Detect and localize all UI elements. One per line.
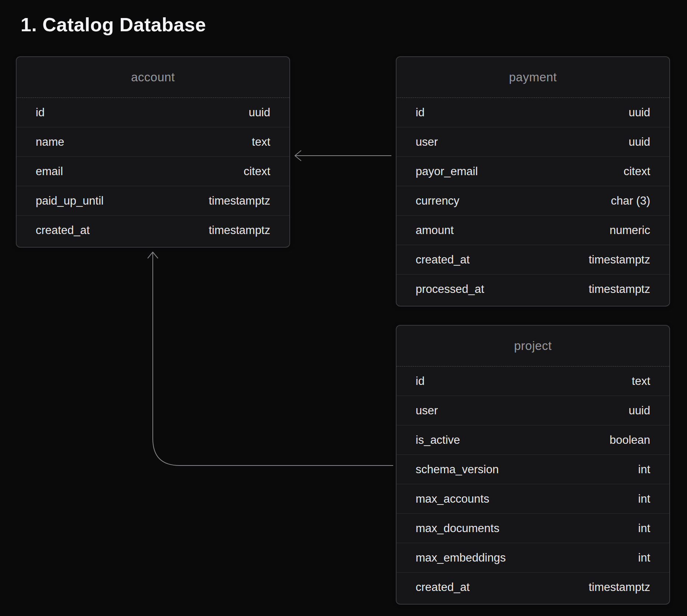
table-account[interactable]: account id uuid name text email citext p… [16, 56, 290, 248]
field-type: numeric [610, 224, 650, 237]
field-type: uuid [249, 106, 270, 119]
table-payment-header: payment [397, 57, 669, 98]
field-name: is_active [416, 433, 460, 447]
field-name: schema_version [416, 463, 499, 476]
field-name: user [416, 135, 438, 149]
field-type: int [638, 522, 650, 535]
table-row: created_at timestamptz [397, 572, 669, 602]
table-row: email citext [17, 156, 289, 186]
table-row: processed_at timestamptz [397, 274, 669, 304]
field-name: amount [416, 224, 454, 237]
table-project[interactable]: project id text user uuid is_active bool… [396, 325, 670, 605]
table-row: currency char (3) [397, 186, 669, 215]
table-row: max_embeddings int [397, 543, 669, 572]
field-type: uuid [628, 404, 650, 417]
table-row: payor_email citext [397, 156, 669, 186]
table-project-rows: id text user uuid is_active boolean sche… [397, 367, 669, 602]
table-row: created_at timestamptz [397, 245, 669, 274]
table-row: id uuid [397, 98, 669, 127]
table-row: schema_version int [397, 454, 669, 484]
field-type: timestamptz [209, 194, 270, 208]
table-payment-rows: id uuid user uuid payor_email citext cur… [397, 98, 669, 304]
field-name: id [416, 375, 424, 388]
field-name: max_embeddings [416, 551, 506, 564]
field-name: name [36, 135, 64, 149]
page-title: 1. Catalog Database [21, 15, 206, 35]
field-name: processed_at [416, 283, 484, 296]
field-name: email [36, 165, 63, 178]
table-row: name text [17, 127, 289, 156]
field-type: citext [624, 165, 650, 178]
table-row: amount numeric [397, 215, 669, 245]
field-type: timestamptz [589, 253, 650, 266]
table-row: max_accounts int [397, 484, 669, 513]
table-row: created_at timestamptz [17, 215, 289, 245]
field-type: citext [244, 165, 270, 178]
table-row: user uuid [397, 396, 669, 425]
table-row: max_documents int [397, 513, 669, 543]
field-type: timestamptz [589, 283, 650, 296]
field-name: currency [416, 194, 459, 208]
field-name: max_accounts [416, 492, 489, 506]
table-payment[interactable]: payment id uuid user uuid payor_email ci… [396, 56, 670, 307]
field-name: id [416, 106, 424, 119]
field-name: user [416, 404, 438, 417]
table-row: user uuid [397, 127, 669, 156]
field-type: text [632, 375, 650, 388]
field-type: timestamptz [589, 581, 650, 594]
field-type: uuid [628, 106, 650, 119]
table-row: is_active boolean [397, 425, 669, 454]
field-name: id [36, 106, 45, 119]
table-account-title: account [131, 70, 175, 84]
table-project-title: project [514, 339, 552, 353]
field-type: text [252, 135, 270, 149]
field-name: paid_up_until [36, 194, 103, 208]
arrow-payment-to-account [295, 151, 391, 161]
table-account-header: account [17, 57, 289, 98]
field-type: int [638, 551, 650, 564]
field-type: int [638, 463, 650, 476]
field-type: uuid [628, 135, 650, 149]
field-type: timestamptz [209, 224, 270, 237]
field-type: boolean [610, 433, 650, 447]
field-name: created_at [416, 581, 470, 594]
table-project-header: project [397, 326, 669, 367]
arrow-project-to-account [148, 252, 393, 465]
table-row: paid_up_until timestamptz [17, 186, 289, 215]
field-name: payor_email [416, 165, 478, 178]
table-row: id text [397, 367, 669, 396]
field-type: char (3) [611, 194, 650, 208]
field-name: max_documents [416, 522, 499, 535]
field-name: created_at [416, 253, 470, 266]
table-account-rows: id uuid name text email citext paid_up_u… [17, 98, 289, 245]
table-payment-title: payment [509, 70, 557, 84]
field-type: int [638, 492, 650, 506]
table-row: id uuid [17, 98, 289, 127]
field-name: created_at [36, 224, 90, 237]
